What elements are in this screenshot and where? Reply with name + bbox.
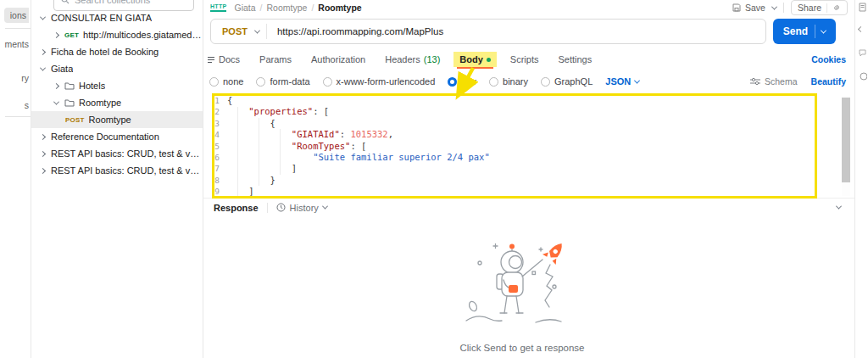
beautify-link[interactable]: Beautify (811, 76, 846, 87)
radio-icon (323, 77, 332, 87)
language-selector[interactable]: JSON (605, 76, 639, 87)
body-mode-none[interactable]: none (209, 76, 243, 87)
code-line: 3 { (212, 118, 834, 129)
method-chevron-icon[interactable] (254, 27, 260, 33)
line-number: 3 (212, 118, 227, 129)
line-number: 8 (212, 175, 227, 186)
link-icon (832, 3, 841, 12)
body-mode-raw[interactable]: raw (448, 76, 476, 87)
tab-label: Headers (385, 54, 420, 64)
sidebar-item-label: Reference Documentation (51, 131, 159, 142)
schema-label: Schema (765, 76, 798, 87)
body-mode-x-www-form-urlencoded[interactable]: x-www-form-urlencoded (323, 76, 436, 87)
tab-authorization[interactable]: Authorization (311, 54, 365, 64)
left-rail: ionsmentsrys (0, 0, 31, 358)
chevron-down-icon (52, 101, 60, 105)
send-dropdown-chevron-icon[interactable] (821, 27, 826, 33)
rail-item-ments[interactable]: ments (4, 39, 29, 49)
code-text: ] (227, 186, 254, 197)
sidebar-item-reference-documentation[interactable]: Reference Documentation (31, 128, 203, 145)
rail-item-ions[interactable]: ions (4, 8, 29, 23)
sidebar-item-giata[interactable]: Giata (31, 60, 203, 77)
sidebar-item-hotels[interactable]: Hotels (31, 77, 203, 94)
body-mode-row: noneform-datax-www-form-urlencodedrawbin… (209, 75, 846, 88)
body-mode-label: GraphQL (554, 76, 593, 87)
tab-label: Docs (219, 54, 240, 64)
tab-docs[interactable]: Docs (207, 54, 240, 64)
breadcrumb: Giata/Roomtype/Roomtype (234, 3, 361, 13)
breadcrumb-segment[interactable]: Giata (234, 3, 255, 13)
response-collapse-chevron-icon[interactable] (836, 204, 842, 210)
code-line: 9 ] (212, 186, 834, 197)
sidebar-item-rest-api-basics-crud-test-vari[interactable]: REST API basics: CRUD, test & variable (31, 145, 203, 162)
rail-item-ry[interactable]: ry (21, 73, 29, 83)
history-dropdown[interactable]: History (276, 203, 327, 213)
body-editor[interactable]: 1{2 "properties": [3 {4 "GIATAId": 10153… (212, 95, 834, 198)
history-clock-icon (276, 203, 286, 212)
tab-headers[interactable]: Headers(13) (385, 54, 440, 64)
editor-scrollbar[interactable] (842, 96, 850, 196)
language-label: JSON (605, 76, 631, 87)
code-line: 4 "GIATAId": 1015332, (212, 129, 834, 140)
body-mode-graphql[interactable]: GraphQL (541, 76, 593, 87)
breadcrumb-segment[interactable]: Roomtype (267, 3, 308, 13)
breadcrumb-segment[interactable]: Roomtype (318, 3, 361, 13)
url-input[interactable]: https://api.roommapping.com/MapPlus (267, 26, 443, 36)
tab-settings[interactable]: Settings (558, 54, 592, 64)
chevron-right-icon (52, 84, 60, 88)
chevron-down-icon (38, 67, 47, 71)
folder-icon (64, 81, 75, 90)
tab-label: Body (459, 54, 483, 64)
sidebar-item-consultar-en-giata[interactable]: CONSULTAR EN GIATA (31, 9, 203, 26)
collapse-panel-icon[interactable] (859, 24, 863, 33)
right-rail (854, 0, 868, 358)
share-button[interactable]: Share (791, 0, 848, 15)
radio-icon (448, 77, 457, 87)
save-icon (732, 3, 741, 12)
body-mode-form-data[interactable]: form-data (256, 76, 309, 87)
tab-params[interactable]: Params (259, 54, 292, 64)
app-window: ionsmentsrys Search collections CONSULTA… (0, 0, 868, 358)
code-text: { (227, 118, 275, 129)
chevron-right-icon (38, 50, 47, 54)
line-number: 9 (212, 186, 227, 197)
body-mode-binary[interactable]: binary (489, 76, 528, 87)
schema-button[interactable]: Schema (750, 76, 798, 87)
sidebar-item-http-multicodes-giatamedia-com[interactable]: GEThttp://multicodes.giatamedia.com/... (31, 26, 203, 43)
save-button[interactable]: Save (732, 3, 765, 13)
sidebar-item-roomtype[interactable]: POSTRoomtype (31, 111, 203, 128)
send-button[interactable]: Send (773, 19, 836, 44)
sidebar-item-roomtype[interactable]: Roomtype (31, 94, 203, 111)
info-icon[interactable] (859, 72, 867, 82)
collections-sidebar: Search collections CONSULTAR EN GIATAGET… (31, 0, 203, 358)
documentation-icon[interactable] (859, 3, 866, 14)
sidebar-item-label: Roomtype (89, 115, 131, 125)
chevron-right-icon (38, 169, 47, 173)
code-line: 5 "RoomTypes": [ (212, 141, 834, 152)
scrollbar-thumb[interactable] (842, 98, 850, 182)
radio-icon (209, 77, 219, 87)
code-text: "Suite familiar superior 2/4 pax" (227, 152, 490, 163)
save-dropdown-chevron-icon[interactable] (771, 3, 777, 9)
cookies-link[interactable]: Cookies (811, 54, 846, 64)
rail-divider (5, 116, 31, 117)
sidebar-item-ficha-de-hotel-de-booking[interactable]: Ficha de hotel de Booking (31, 43, 203, 60)
tab-body[interactable]: Body (453, 52, 497, 67)
line-number: 6 (212, 152, 227, 163)
breadcrumb-separator: / (260, 3, 263, 13)
tab-label: Params (259, 54, 292, 64)
search-placeholder: Search collections (75, 0, 150, 5)
tab-scripts[interactable]: Scripts (510, 54, 539, 64)
comment-icon[interactable] (859, 49, 866, 59)
indent-guide (237, 107, 238, 197)
rail-item-s[interactable]: s (25, 100, 29, 110)
search-icon (61, 0, 70, 4)
sidebar-item-rest-api-basics-crud-test-vari[interactable]: REST API basics: CRUD, test & variable (31, 162, 203, 179)
sidebar-item-label: REST API basics: CRUD, test & variable (51, 148, 203, 159)
chevron-right-icon (52, 33, 60, 37)
sidebar-item-label: Roomtype (79, 98, 121, 108)
method-selector[interactable]: POST (211, 26, 255, 36)
request-panel: HTTP Giata/Roomtype/Roomtype Save Share (203, 0, 854, 358)
tab-count-badge: (13) (424, 54, 441, 64)
method-badge-post: POST (65, 116, 85, 124)
